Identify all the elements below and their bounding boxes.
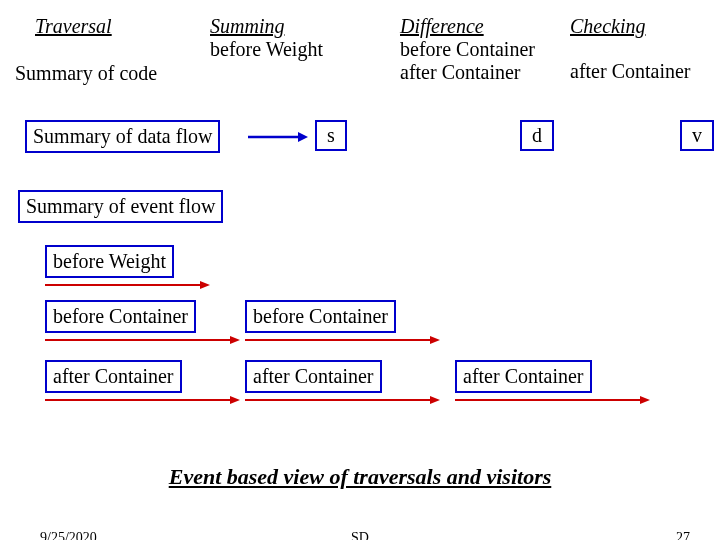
- svg-marker-9: [230, 396, 240, 404]
- data-flow-s-box: s: [315, 120, 347, 151]
- header-checking-sub: after Container: [570, 60, 691, 83]
- svg-marker-7: [430, 336, 440, 344]
- arrow-icon: [455, 395, 650, 405]
- footer-center: SD: [0, 530, 720, 540]
- before-container-1-text: before Container: [53, 305, 188, 327]
- after-container-1-text: after Container: [53, 365, 174, 387]
- before-container-2-text: before Container: [253, 305, 388, 327]
- header-checking: Checking: [570, 15, 691, 38]
- summary-of-event-flow-box: Summary of event flow: [18, 190, 223, 223]
- before-weight-text: before Weight: [53, 250, 166, 272]
- arrow-icon: [248, 130, 308, 144]
- data-flow-s: s: [327, 124, 335, 146]
- summary-of-data-flow-box: Summary of data flow: [25, 120, 220, 153]
- header-difference-sub2: after Container: [400, 61, 535, 84]
- after-container-2-box: after Container: [245, 360, 382, 393]
- after-container-3-text: after Container: [463, 365, 584, 387]
- after-container-2-text: after Container: [253, 365, 374, 387]
- footer-page: 27: [676, 530, 690, 540]
- svg-marker-13: [640, 396, 650, 404]
- svg-marker-1: [298, 132, 308, 142]
- after-container-1-box: after Container: [45, 360, 182, 393]
- data-flow-v-box: v: [680, 120, 714, 151]
- arrow-icon: [245, 335, 440, 345]
- header-difference-sub1: before Container: [400, 38, 535, 61]
- header-summing-sub: before Weight: [210, 38, 323, 61]
- header-difference: Difference: [400, 15, 535, 38]
- header-traversal: Traversal: [35, 15, 112, 38]
- data-flow-d: d: [532, 124, 542, 146]
- before-container-1-box: before Container: [45, 300, 196, 333]
- summary-of-data-flow-label: Summary of data flow: [33, 125, 212, 147]
- summary-of-event-flow-label: Summary of event flow: [26, 195, 215, 217]
- arrow-icon: [45, 280, 210, 290]
- after-container-3-box: after Container: [455, 360, 592, 393]
- data-flow-v: v: [692, 124, 702, 146]
- arrow-icon: [245, 395, 440, 405]
- data-flow-d-box: d: [520, 120, 554, 151]
- before-container-2-box: before Container: [245, 300, 396, 333]
- summary-of-code-label: Summary of code: [15, 62, 157, 85]
- svg-marker-5: [230, 336, 240, 344]
- arrow-icon: [45, 395, 240, 405]
- slide-caption: Event based view of traversals and visit…: [0, 464, 720, 490]
- arrow-icon: [45, 335, 240, 345]
- svg-marker-3: [200, 281, 210, 289]
- svg-marker-11: [430, 396, 440, 404]
- header-summing: Summing: [210, 15, 323, 38]
- before-weight-box: before Weight: [45, 245, 174, 278]
